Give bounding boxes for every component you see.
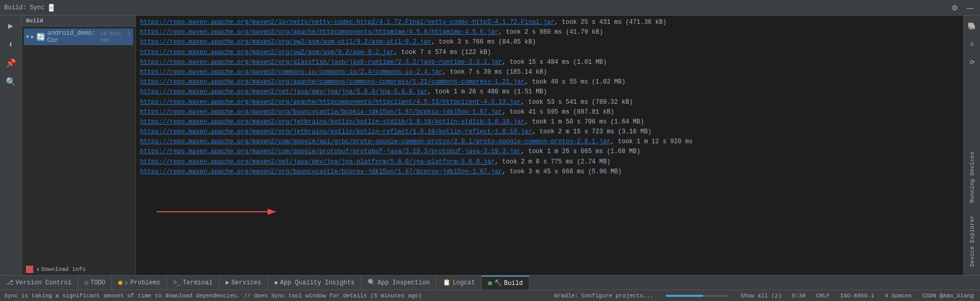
problems-dot <box>118 281 122 285</box>
build-panel: Build ▼ ▶ 🔄 android_demo: Cor 18 min, 1 … <box>22 16 136 275</box>
log-url-link[interactable]: https://repo.maven.apache.org/maven2/org… <box>140 49 394 56</box>
tab-todo[interactable]: ☑TODO <box>78 276 112 290</box>
log-url-link[interactable]: https://repo.maven.apache.org/maven2/org… <box>140 118 525 126</box>
logcat-icon: 📋 <box>443 279 451 286</box>
log-line: https://repo.maven.apache.org/maven2/net… <box>140 157 959 167</box>
gradle-refresh-icon[interactable]: ⟳ <box>967 54 978 71</box>
log-line: https://repo.maven.apache.org/maven2/org… <box>140 98 959 107</box>
download-icon-small: ⬇ <box>36 266 40 273</box>
log-suffix: , took 3 m 45 s 666 ms (5.96 MB) <box>502 168 622 175</box>
download-info-label: Download info <box>41 266 86 272</box>
log-url-link[interactable]: https://repo.maven.apache.org/maven2/io/… <box>140 19 554 26</box>
minimize-icon[interactable]: — <box>964 3 976 13</box>
log-url-link[interactable]: https://repo.maven.apache.org/maven2/org… <box>140 128 532 135</box>
log-line: https://repo.maven.apache.org/maven2/org… <box>140 48 959 58</box>
sync-label: Sync <box>30 4 45 11</box>
gradle-icon[interactable]: 🐘 <box>964 18 979 35</box>
stop-button[interactable] <box>26 266 33 273</box>
tab-app-quality-insights[interactable]: ◆App Quality Insights <box>268 276 361 290</box>
log-url-link[interactable]: https://repo.maven.apache.org/maven2/org… <box>140 38 431 46</box>
tab-problems[interactable]: ⚠Problems <box>112 276 167 290</box>
log-url-link[interactable]: https://repo.maven.apache.org/maven2/org… <box>140 99 521 106</box>
left-sidebar: ▶ ⬇ 📌 🔍 <box>0 16 22 275</box>
progress-bar <box>666 295 728 297</box>
log-suffix: , took 2 m 15 s 723 ms (3.16 MB) <box>532 128 651 135</box>
status-bar: Sync is taking a significant amount of t… <box>0 290 980 301</box>
build-label: Build: <box>4 4 26 11</box>
close-button[interactable]: × <box>49 4 54 12</box>
status-text: Sync is taking a significant amount of t… <box>4 293 422 299</box>
top-bar-left: Build: Sync × <box>4 4 54 12</box>
show-all[interactable]: Show all (2) <box>738 293 783 299</box>
log-suffix: , took 1 m 12 s 920 ms <box>610 138 692 145</box>
log-suffix: , took 49 s 55 ms (1.02 MB) <box>525 78 625 86</box>
tree-item-time: 18 min, 1 sec <box>100 31 131 43</box>
log-url-link[interactable]: https://repo.maven.apache.org/maven2/org… <box>140 168 502 175</box>
log-suffix: , took 25 s 431 ms (471.36 kB) <box>554 19 666 26</box>
log-suffix: , took 1 m 26 s 665 ms (1.68 MB) <box>521 148 640 155</box>
terminal-label: Terminal <box>183 279 213 286</box>
log-url-link[interactable]: https://repo.maven.apache.org/maven2/com… <box>140 138 610 145</box>
sync-tree-icon: 🔄 <box>36 33 45 42</box>
line-col[interactable]: 5:30 <box>790 293 807 299</box>
tab-terminal[interactable]: >_Terminal <box>167 276 219 290</box>
search-icon[interactable]: 🔍 <box>3 74 19 90</box>
log-suffix: , took 1 m 26 s 480 ms (1.51 MB) <box>428 88 547 95</box>
log-line: https://repo.maven.apache.org/maven2/org… <box>140 167 959 177</box>
gradle-settings-icon[interactable]: ≡ <box>967 37 977 52</box>
log-line: https://repo.maven.apache.org/maven2/org… <box>140 127 959 137</box>
status-message: Sync is taking a significant amount of t… <box>4 293 552 299</box>
tab-app-inspection[interactable]: 🔍App Inspection <box>361 276 437 290</box>
build-label: Build <box>504 280 523 287</box>
tab-logcat[interactable]: 📋Logcat <box>437 276 482 290</box>
running-devices-tab[interactable]: Running Devices <box>966 145 978 209</box>
log-line: https://repo.maven.apache.org/maven2/org… <box>140 117 959 127</box>
charset[interactable]: ISO-8859-1 <box>838 293 876 299</box>
log-area[interactable]: https://repo.maven.apache.org/maven2/io/… <box>136 16 963 275</box>
log-url-link[interactable]: https://repo.maven.apache.org/maven2/org… <box>140 78 525 86</box>
right-sidebar: 🐘 ≡ ⟳ Running Devices Device Explorer <box>963 16 980 275</box>
log-line: https://repo.maven.apache.org/maven2/net… <box>140 87 959 97</box>
log-url-link[interactable]: https://repo.maven.apache.org/maven2/com… <box>140 148 521 155</box>
log-line: https://repo.maven.apache.org/maven2/org… <box>140 77 959 87</box>
build-dot <box>488 281 492 285</box>
log-url-link[interactable]: https://repo.maven.apache.org/maven2/net… <box>140 158 495 166</box>
log-url-link[interactable]: https://repo.maven.apache.org/maven2/org… <box>140 59 502 66</box>
tab-build[interactable]: 🔨Build <box>482 276 529 290</box>
progress-bar-container <box>662 295 732 297</box>
gradle-status[interactable]: Gradle: Configure projects... <box>552 293 655 299</box>
tab-services[interactable]: ▶Services <box>219 276 268 290</box>
device-explorer-tab[interactable]: Device Explorer <box>966 209 978 273</box>
build-tree: ▼ ▶ 🔄 android_demo: Cor 18 min, 1 sec <box>22 26 135 264</box>
log-line: https://repo.maven.apache.org/maven2/com… <box>140 67 959 77</box>
log-url-link[interactable]: https://repo.maven.apache.org/maven2/net… <box>140 88 428 95</box>
run-icon[interactable]: ▶ <box>3 18 19 34</box>
status-right: Gradle: Configure projects... Show all (… <box>552 293 976 299</box>
build-actions: ⬇ Download info <box>22 264 135 275</box>
indent[interactable]: 4 Spaces <box>883 293 914 299</box>
user-label[interactable]: CSDN @Amo_Xiang <box>920 293 976 299</box>
build-tree-item[interactable]: ▼ ▶ 🔄 android_demo: Cor 18 min, 1 sec <box>24 29 133 45</box>
pin-icon[interactable]: 📌 <box>3 55 19 72</box>
log-url-link[interactable]: https://repo.maven.apache.org/maven2/org… <box>140 29 498 36</box>
version-control-icon: ⎇ <box>6 279 13 286</box>
build-icon: 🔨 <box>494 279 502 287</box>
download-info-link[interactable]: ⬇ Download info <box>36 266 86 273</box>
download-icon[interactable]: ⬇ <box>3 36 19 53</box>
log-url-link[interactable]: https://repo.maven.apache.org/maven2/com… <box>140 69 442 76</box>
version-control-label: Version Control <box>16 279 72 286</box>
app-quality-insights-label: App Quality Insights <box>280 279 355 286</box>
log-url-link[interactable]: https://repo.maven.apache.org/maven2/org… <box>140 108 502 116</box>
logcat-label: Logcat <box>453 279 475 286</box>
log-line: https://repo.maven.apache.org/maven2/io/… <box>140 18 959 28</box>
app-inspection-label: App Inspection <box>377 279 430 286</box>
log-line: https://repo.maven.apache.org/maven2/com… <box>140 137 959 147</box>
app-quality-insights-icon: ◆ <box>274 279 278 286</box>
tab-version-control[interactable]: ⎇Version Control <box>0 276 78 290</box>
services-icon: ▶ <box>226 279 229 286</box>
settings-icon[interactable]: ⚙ <box>949 3 960 13</box>
encoding[interactable]: CRLF <box>814 293 832 299</box>
log-suffix: , took 1 m 50 s 706 ms (1.64 MB) <box>525 118 644 126</box>
progress-fill <box>666 295 703 297</box>
log-suffix: , took 7 s 39 ms (185.14 kB) <box>442 69 547 76</box>
